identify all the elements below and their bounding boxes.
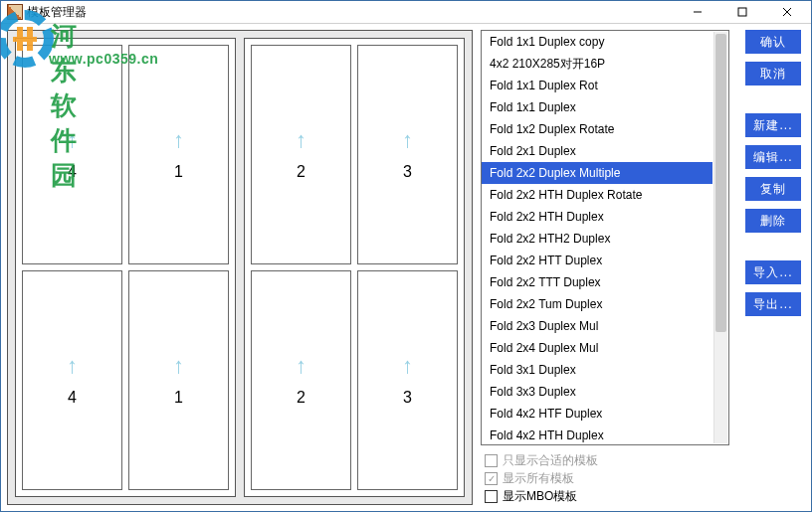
template-list-item[interactable]: Fold 2x2 HTT Duplex	[482, 250, 712, 271]
button-panel: 确认 取消 新建... 编辑... 复制 删除 导入... 导出...	[731, 24, 811, 511]
page-cell: ↑ 3	[357, 270, 458, 490]
imposition-preview: ↑ 4 ↑ 1 ↑ 4 ↑	[7, 30, 473, 505]
template-list-item[interactable]: Fold 1x1 Duplex Rot	[482, 75, 712, 96]
window: 河东软件园 www.pc0359.cn 模板管理器	[0, 0, 812, 512]
edit-button[interactable]: 编辑...	[745, 145, 801, 169]
template-list-item[interactable]: Fold 2x2 Duplex Multiple	[482, 162, 712, 184]
arrow-up-icon: ↑	[67, 355, 78, 377]
arrow-up-icon: ↑	[67, 129, 78, 151]
page-cell: ↑ 1	[128, 270, 229, 490]
page-number: 3	[403, 163, 412, 181]
template-list-item[interactable]: Fold 1x2 Duplex Rotate	[482, 118, 712, 140]
window-title: 模板管理器	[27, 4, 87, 21]
page-cell: ↑ 3	[357, 45, 458, 264]
ok-button[interactable]: 确认	[745, 30, 801, 54]
check-label: 显示MBO模板	[503, 488, 577, 505]
spread-front: ↑ 4 ↑ 1 ↑ 4 ↑	[15, 38, 236, 497]
export-button[interactable]: 导出...	[745, 292, 801, 316]
template-list-pane: Fold 1x1 Duplex copy4x2 210X285对开16PFold…	[479, 24, 731, 511]
template-list-item[interactable]: Fold 4x2 HTF Duplex	[482, 403, 712, 425]
template-list-item[interactable]: Fold 2x4 Duplex Mul	[482, 337, 712, 359]
arrow-up-icon: ↑	[173, 129, 184, 151]
template-list-item[interactable]: Fold 1x1 Duplex copy	[482, 31, 712, 53]
app-icon	[7, 4, 23, 20]
template-list-item[interactable]: Fold 4x2 HTH Duplex	[482, 425, 712, 444]
template-list-item[interactable]: Fold 2x2 HTH2 Duplex	[482, 228, 712, 250]
arrow-up-icon: ↑	[296, 129, 306, 151]
checkbox-icon	[485, 454, 498, 467]
page-cell: ↑ 4	[22, 45, 122, 264]
titlebar: 模板管理器	[1, 1, 811, 24]
template-list-item[interactable]: Fold 2x2 HTH Duplex Rotate	[482, 184, 712, 206]
check-label: 显示所有模板	[503, 470, 574, 487]
spread-back: ↑ 2 ↑ 3 ↑ 2 ↑	[244, 38, 465, 497]
arrow-up-icon: ↑	[173, 355, 184, 377]
scrollbar[interactable]	[713, 32, 727, 443]
template-list-item[interactable]: Fold 3x1 Duplex	[482, 359, 712, 381]
page-cell: ↑ 2	[251, 45, 351, 264]
page-number: 2	[297, 163, 305, 181]
page-cell: ↑ 4	[22, 270, 122, 490]
delete-button[interactable]: 删除	[745, 209, 801, 233]
template-list-item[interactable]: Fold 2x2 Tum Duplex	[482, 293, 712, 315]
page-number: 4	[68, 163, 77, 181]
checkbox-icon[interactable]	[485, 490, 498, 503]
copy-button[interactable]: 复制	[745, 177, 801, 201]
page-number: 4	[68, 389, 77, 407]
template-list-item[interactable]: Fold 2x3 Duplex Mul	[482, 315, 712, 337]
check-only-fit: 只显示合适的模板	[485, 451, 725, 469]
preview-pane: ↑ 4 ↑ 1 ↑ 4 ↑	[1, 24, 479, 511]
page-number: 1	[174, 389, 183, 407]
new-button[interactable]: 新建...	[745, 113, 801, 137]
close-button[interactable]	[764, 1, 809, 23]
scrollbar-thumb[interactable]	[715, 34, 726, 332]
check-show-mbo[interactable]: 显示MBO模板	[485, 487, 725, 505]
template-list-item[interactable]: Fold 2x2 HTH Duplex	[482, 206, 712, 228]
checkbox-icon: ✓	[485, 472, 498, 485]
arrow-up-icon: ↑	[402, 355, 413, 377]
filter-checks: 只显示合适的模板 ✓ 显示所有模板 显示MBO模板	[481, 445, 729, 507]
arrow-up-icon: ↑	[402, 129, 413, 151]
page-cell: ↑ 2	[251, 270, 351, 490]
template-list-item[interactable]: Fold 2x2 TTT Duplex	[482, 271, 712, 293]
page-cell: ↑ 1	[128, 45, 229, 264]
template-list-item[interactable]: Fold 3x3 Duplex	[482, 381, 712, 403]
check-show-all: ✓ 显示所有模板	[485, 469, 725, 487]
template-list-item[interactable]: Fold 2x1 Duplex	[482, 140, 712, 162]
check-label: 只显示合适的模板	[503, 452, 598, 469]
template-listbox[interactable]: Fold 1x1 Duplex copy4x2 210X285对开16PFold…	[481, 30, 729, 445]
page-number: 3	[403, 389, 412, 407]
minimize-button[interactable]	[675, 1, 719, 23]
maximize-button[interactable]	[719, 1, 764, 23]
template-list-item[interactable]: Fold 1x1 Duplex	[482, 96, 712, 118]
template-list-item[interactable]: 4x2 210X285对开16P	[482, 53, 712, 75]
svg-rect-5	[738, 8, 746, 16]
cancel-button[interactable]: 取消	[745, 62, 801, 85]
page-number: 1	[174, 163, 183, 181]
arrow-up-icon: ↑	[296, 355, 306, 377]
page-number: 2	[297, 389, 305, 407]
import-button[interactable]: 导入...	[745, 260, 801, 284]
